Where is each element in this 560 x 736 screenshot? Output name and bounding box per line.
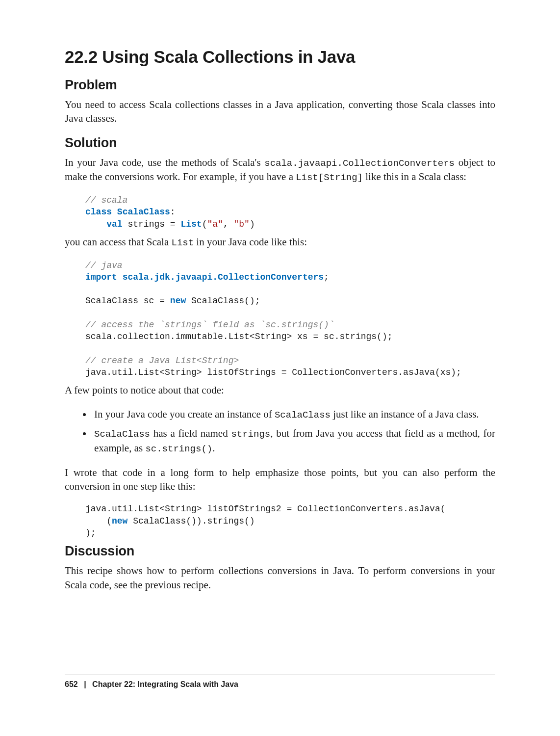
code-keyword: class (85, 207, 112, 217)
footer-separator: | (84, 680, 86, 688)
code-text: ); (85, 528, 96, 538)
inline-code: ScalaClass (94, 429, 150, 440)
solution-paragraph-3: A few points to notice about that code: (65, 383, 495, 397)
code-text: scala.collection.immutable.List<String> … (85, 332, 393, 342)
inline-code: ScalaClass (275, 410, 331, 421)
text: you can access that Scala (65, 236, 172, 248)
code-package: scala.jdk.javaapi.CollectionConverters (123, 272, 324, 282)
section-title: 22.2 Using Scala Collections in Java (65, 47, 495, 67)
page: 22.2 Using Scala Collections in Java Pro… (0, 0, 560, 736)
list-item: In your Java code you create an instance… (92, 407, 495, 422)
code-text: ; (324, 272, 329, 282)
page-footer: 652 | Chapter 22: Integrating Scala with… (65, 675, 495, 689)
code-block-scala: // scala class ScalaClass: val strings =… (85, 194, 495, 230)
problem-paragraph: You need to access Scala collections cla… (65, 98, 495, 126)
code-class: ScalaClass (117, 207, 170, 217)
heading-problem: Problem (65, 78, 495, 93)
inline-code: sc.strings() (145, 444, 212, 454)
heading-solution: Solution (65, 135, 495, 151)
code-text: ScalaClass()).strings() (127, 516, 255, 526)
code-text: : (170, 207, 176, 217)
inline-code: List[String] (296, 172, 363, 183)
page-number: 652 (65, 680, 78, 688)
code-string: "b" (234, 219, 250, 229)
code-text: strings = (123, 219, 181, 229)
code-block-java-1: // java import scala.jdk.javaapi.Collect… (85, 260, 495, 379)
code-text: ScalaClass(); (186, 296, 260, 306)
heading-discussion: Discussion (65, 544, 495, 559)
inline-code: strings (231, 429, 270, 440)
text: . (212, 442, 215, 454)
code-text: ScalaClass sc = (85, 296, 170, 306)
code-keyword: List (180, 219, 202, 229)
code-keyword: new (170, 296, 186, 306)
text: like this in a Scala class: (363, 171, 466, 183)
chapter-label: Chapter 22: Integrating Scala with Java (92, 680, 238, 688)
code-comment: // scala (85, 195, 127, 205)
code-comment: // create a Java List<String> (85, 356, 239, 366)
solution-paragraph-2: you can access that Scala List in your J… (65, 235, 495, 250)
text: has a field named (150, 427, 231, 439)
code-comment: // access the `strings` field as `sc.str… (85, 320, 334, 330)
text: In your Java code, use the methods of Sc… (65, 157, 264, 168)
text: just like an instance of a Java class. (331, 408, 479, 420)
code-text: ) (250, 219, 255, 229)
code-text: java.util.List<String> listOfStrings = C… (85, 368, 461, 377)
code-keyword: import (85, 272, 117, 282)
inline-code: scala.javaapi.CollectionConverters (264, 158, 455, 169)
code-text: ( (202, 219, 207, 229)
text: In your Java code you create an instance… (94, 408, 275, 420)
bullet-list: In your Java code you create an instance… (65, 407, 495, 456)
code-string: "a" (207, 219, 223, 229)
code-text: ( (85, 516, 112, 526)
code-text: java.util.List<String> listOfStrings2 = … (85, 504, 446, 514)
code-keyword: new (112, 516, 127, 526)
discussion-paragraph: This recipe shows how to perform collect… (65, 564, 495, 592)
code-block-java-2: java.util.List<String> listOfStrings2 = … (85, 503, 495, 539)
text: in your Java code like this: (194, 236, 307, 248)
solution-paragraph-1: In your Java code, use the methods of Sc… (65, 156, 495, 184)
inline-code: List (172, 237, 194, 248)
list-item: ScalaClass has a field named strings, bu… (92, 426, 495, 455)
code-text: , (223, 219, 234, 229)
code-comment: // java (85, 261, 123, 270)
solution-paragraph-4: I wrote that code in a long form to help… (65, 466, 495, 494)
code-keyword: val (106, 219, 122, 229)
